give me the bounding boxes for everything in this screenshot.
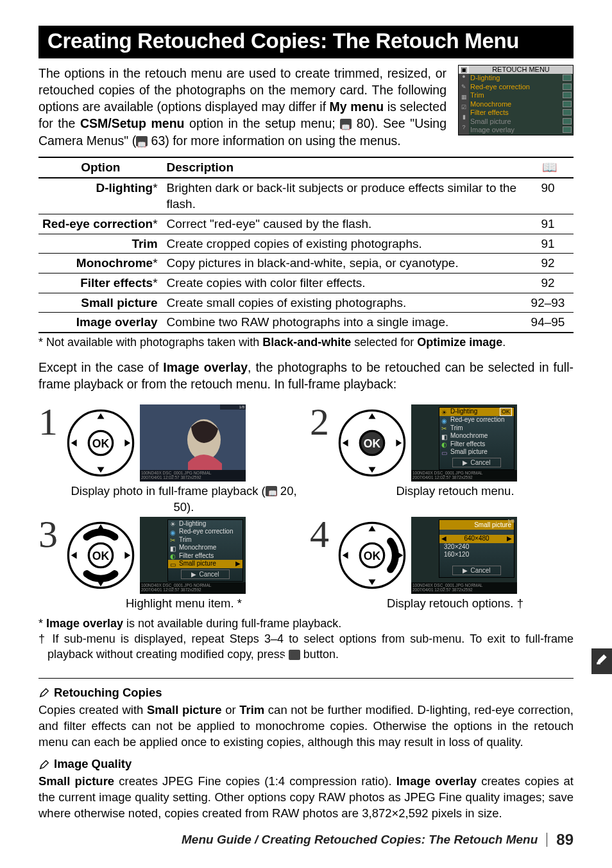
- menu-item-list: D-lighting Red-eye correction Trim Monoc…: [469, 74, 573, 135]
- option-desc: Create copies with color filter effects.: [163, 273, 522, 293]
- step-caption: Display retouch menu.: [337, 483, 574, 499]
- popup-title: Small picture: [439, 520, 514, 530]
- step-2: 2 OK ☀D-lightingOK ◉Red-eye correction ✂…: [310, 404, 574, 516]
- menu-item-icon: [563, 74, 572, 81]
- table-row: Image overlayCombine two RAW photographs…: [38, 313, 574, 333]
- svg-text:OK: OK: [92, 437, 110, 449]
- col-option-header: Option: [38, 157, 163, 178]
- option-desc: Create small copies of existing photogra…: [163, 293, 522, 313]
- menu-title: RETOUCH MENU: [469, 66, 573, 74]
- small-picture-popup-thumbnail: Small picture ◀640×480▶ 320×240 160×120 …: [411, 517, 517, 594]
- bold: CSM/Setup menu: [80, 116, 185, 130]
- page-number: 89: [556, 829, 574, 850]
- section-tab-retouch: [591, 648, 612, 674]
- text: 63) for more information on using the me…: [148, 134, 401, 148]
- menu-item: Small picture: [470, 118, 511, 126]
- option-name: Small picture: [38, 293, 163, 313]
- step-number: 3: [38, 517, 62, 551]
- table-row: Monochrome*Copy pictures in black-and-wh…: [38, 254, 574, 273]
- option-desc: Correct "red-eye" caused by the flash.: [163, 214, 522, 234]
- note-icon: [38, 759, 50, 770]
- footer-divider: [547, 833, 547, 847]
- section-heading-image-quality: Image Quality: [38, 756, 574, 772]
- text: * Not available with photographs taken w…: [38, 336, 262, 349]
- section-title: Image Quality: [54, 756, 132, 772]
- step-caption: Display photo in full-frame playback ( 2…: [65, 483, 302, 516]
- step-caption: Display retouch options. †: [337, 596, 574, 612]
- dpad-icon: OK: [65, 408, 136, 478]
- section-title: Retouching Copies: [54, 685, 162, 701]
- retouch-menu-thumbnail: ▣RETOUCH MENU ●✎▦☑▮? D-lighting Red-eye …: [458, 65, 574, 135]
- option-page: 92: [522, 273, 574, 293]
- steps-grid: 1 OK 1/8 100ND40X DSC_0001.JPG NORMAL200…: [38, 404, 574, 612]
- option-desc: Create cropped copies of existing photog…: [163, 234, 522, 254]
- option-page: 91: [522, 214, 574, 234]
- bold: My menu: [330, 100, 384, 114]
- svg-text:OK: OK: [364, 437, 381, 449]
- menu-left-tabs: ●✎▦☑▮?: [459, 74, 469, 135]
- step-number: 2: [310, 404, 333, 439]
- option-name: Monochrome*: [38, 254, 163, 273]
- option-page: 92: [522, 254, 574, 273]
- table-footnote: * Not available with photographs taken w…: [38, 334, 574, 350]
- dpad-right-icon: OK: [337, 520, 407, 591]
- text: .: [502, 336, 506, 349]
- bold: Black-and-white: [262, 336, 351, 349]
- page-ref-icon: [136, 136, 148, 146]
- thumb-counter: 1/8: [220, 404, 246, 410]
- svg-text:OK: OK: [92, 549, 110, 562]
- col-desc-header: Description: [163, 157, 522, 178]
- menu-item: Red-eye correction: [470, 83, 530, 91]
- retouch-icon: [595, 652, 609, 670]
- note-icon: [38, 687, 50, 699]
- table-row: D-lighting*Brighten dark or back-lit sub…: [38, 178, 574, 214]
- step-1: 1 OK 1/8 100ND40X DSC_0001.JPG NORMAL200…: [38, 404, 302, 516]
- option-page: 91: [522, 234, 574, 254]
- playback-button-icon: [289, 650, 300, 660]
- option-desc: Brighten dark or back-lit subjects or pr…: [163, 178, 522, 214]
- retouch-popup-thumbnail: ☀D-lightingOK ◉Red-eye correction ✂Trim …: [411, 404, 517, 482]
- step-footnotes: * Image overlay is not available during …: [38, 616, 574, 663]
- section-body: Small picture creates JPEG Fine copies (…: [38, 774, 574, 822]
- playback-photo-thumbnail: 1/8 100ND40X DSC_0001.JPG NORMAL2007/04/…: [140, 404, 246, 482]
- text: Except in the case of: [38, 360, 163, 374]
- section-body: Copies created with Small picture or Tri…: [38, 702, 574, 751]
- menu-item: D-lighting: [470, 74, 500, 82]
- menu-item: Monochrome: [470, 101, 511, 108]
- page-footer: Menu Guide / Creating Retouched Copies: …: [38, 829, 574, 850]
- intro-block: The options in the retouch menu are used…: [38, 65, 574, 150]
- table-row: Filter effects*Create copies with color …: [38, 273, 574, 293]
- dpad-updown-icon: OK: [65, 520, 136, 591]
- retouch-popup-highlight-thumbnail: ☀D-lighting ◉Red-eye correction ✂Trim ◧M…: [140, 517, 246, 594]
- section-heading-retouching: Retouching Copies: [38, 685, 574, 701]
- footer-breadcrumb: Menu Guide / Creating Retouched Copies: …: [182, 831, 538, 848]
- option-page: 90: [522, 178, 574, 214]
- menu-item: Image overlay: [470, 126, 514, 134]
- bold: Image overlay: [163, 360, 248, 374]
- menu-item: Trim: [470, 92, 484, 100]
- option-name: Filter effects*: [38, 273, 163, 293]
- step-number: 1: [38, 404, 62, 439]
- page-ref-icon: [340, 119, 352, 129]
- page-ref-icon: [266, 486, 277, 496]
- option-page: 94–95: [522, 313, 574, 333]
- step-4: 4 OK Small picture ◀640×480▶ 320×240 160…: [310, 517, 574, 612]
- option-name: Image overlay: [38, 313, 163, 333]
- option-desc: Combine two RAW photographs into a singl…: [163, 313, 522, 333]
- divider: [38, 678, 574, 679]
- bold: Optimize image: [417, 336, 502, 349]
- dpad-ok-icon: OK: [337, 408, 407, 478]
- option-desc: Copy pictures in black-and-white, sepia,…: [163, 254, 522, 273]
- paragraph: Except in the case of Image overlay, the…: [38, 359, 574, 393]
- svg-text:OK: OK: [364, 549, 381, 562]
- options-table: Option Description 📖 D-lighting*Brighten…: [38, 157, 574, 333]
- page-title: Creating Retouched Copies: The Retouch M…: [38, 26, 574, 58]
- intro-paragraph: The options in the retouch menu are used…: [38, 65, 446, 150]
- menu-tab-icon: ▣: [459, 66, 469, 74]
- menu-item: Filter effects: [470, 109, 509, 117]
- table-row: TrimCreate cropped copies of existing ph…: [38, 234, 574, 254]
- table-row: Small pictureCreate small copies of exis…: [38, 293, 574, 313]
- step-number: 4: [310, 517, 333, 551]
- step-caption: Highlight menu item. *: [65, 596, 302, 612]
- option-name: Red-eye correction*: [38, 214, 163, 234]
